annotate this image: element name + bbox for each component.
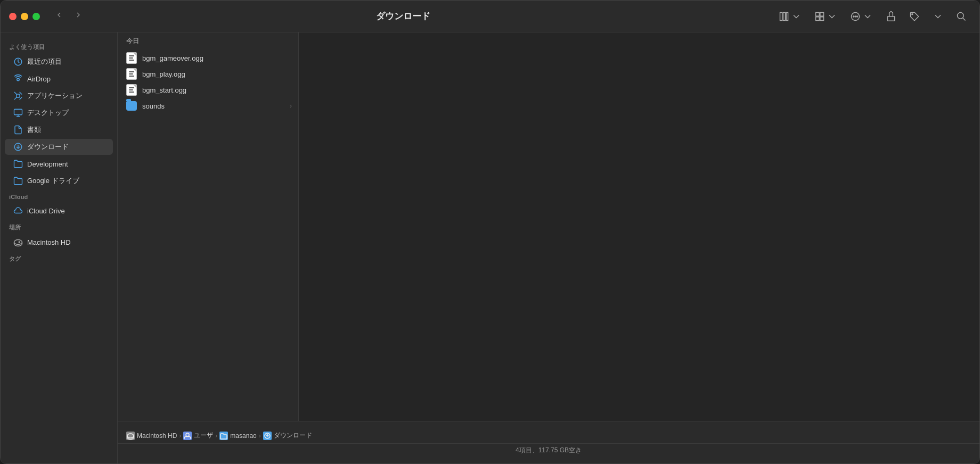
file-item-bgm-start[interactable]: bgm_start.ogg	[118, 82, 298, 98]
svg-point-24	[127, 434, 134, 438]
icloud-icon	[13, 206, 23, 216]
svg-rect-16	[17, 94, 20, 97]
applications-icon	[13, 91, 23, 101]
bottom-bar: Macintosh HD › ユーザ ›	[118, 421, 979, 463]
tag-button[interactable]	[905, 9, 924, 24]
svg-point-8	[853, 16, 854, 17]
file-name: bgm_gameover.ogg	[142, 54, 203, 62]
svg-rect-6	[820, 16, 824, 20]
icloud-label: iCloud	[1, 189, 117, 202]
file-name: bgm_start.ogg	[142, 86, 186, 94]
sidebar-item-label: 最近の項目	[27, 57, 62, 67]
disk-small-icon	[126, 432, 135, 440]
breadcrumb-label: Macintosh HD	[137, 432, 177, 440]
file-area: 今日	[118, 32, 979, 463]
chevron-right-icon: ›	[290, 102, 292, 110]
breadcrumb-label: masanao	[230, 432, 256, 440]
svg-rect-1	[783, 12, 785, 20]
section-header: 今日	[118, 32, 298, 48]
document-icon	[13, 125, 23, 135]
sidebar-item-label: アプリケーション	[27, 91, 83, 101]
file-list: bgm_gameover.ogg	[118, 48, 298, 421]
svg-line-13	[963, 18, 966, 20]
breadcrumb-masanao[interactable]: masanao	[219, 432, 256, 440]
sidebar-item-label: デスクトップ	[27, 108, 69, 118]
breadcrumb-user[interactable]: ユーザ	[183, 431, 213, 440]
svg-rect-0	[780, 12, 782, 20]
svg-point-12	[958, 12, 964, 19]
ogg-file-icon	[126, 69, 137, 79]
svg-rect-2	[786, 12, 788, 20]
view-toggle-button[interactable]	[774, 9, 806, 24]
breadcrumb: Macintosh HD › ユーザ ›	[118, 428, 979, 444]
file-name: bgm_play.ogg	[142, 70, 185, 78]
svg-rect-17	[14, 109, 22, 115]
status-bar: 4項目、117.75 GB空き	[118, 444, 979, 457]
svg-point-10	[856, 16, 858, 17]
sidebar-item-applications[interactable]: アプリケーション	[5, 88, 113, 104]
ogg-file-icon	[126, 85, 137, 95]
svg-point-11	[912, 13, 913, 14]
sidebar: よく使う項目 最近の項目	[1, 32, 118, 463]
dropdown-button[interactable]	[928, 9, 948, 24]
svg-point-25	[186, 433, 189, 436]
breadcrumb-macintosh-hd[interactable]: Macintosh HD	[126, 432, 177, 440]
folder-blue2-icon	[13, 176, 23, 186]
more-options-button[interactable]	[846, 9, 877, 24]
sidebar-item-desktop[interactable]: デスクトップ	[5, 105, 113, 121]
minimize-button[interactable]	[21, 13, 28, 20]
sidebar-item-label: AirDrop	[27, 75, 51, 83]
sidebar-item-label: iCloud Drive	[27, 207, 65, 215]
sidebar-item-macintosh-hd[interactable]: Macintosh HD	[5, 234, 113, 250]
tags-label: タグ	[1, 251, 117, 265]
sidebar-item-label: Macintosh HD	[27, 238, 71, 246]
airdrop-icon	[13, 74, 23, 84]
folder-small-icon	[219, 432, 228, 440]
toolbar-right	[774, 9, 971, 24]
share-button[interactable]	[881, 9, 901, 24]
ogg-file-icon	[126, 53, 137, 63]
sidebar-item-icloud-drive[interactable]: iCloud Drive	[5, 203, 113, 219]
sidebar-item-label: 書類	[27, 125, 41, 135]
places-label: 場所	[1, 219, 117, 234]
downloads-folder-icon	[263, 432, 272, 440]
sidebar-item-recents[interactable]: 最近の項目	[5, 54, 113, 70]
folder-blue-icon	[13, 159, 23, 169]
sidebar-item-development[interactable]: Development	[5, 156, 113, 172]
breadcrumb-sep: ›	[179, 432, 181, 440]
sidebar-item-downloads[interactable]: ダウンロード	[5, 139, 113, 155]
svg-point-22	[14, 240, 22, 245]
breadcrumb-label: ユーザ	[194, 431, 213, 440]
folder-icon	[126, 101, 137, 111]
svg-point-9	[855, 16, 856, 17]
sidebar-item-airdrop[interactable]: AirDrop	[5, 71, 113, 87]
disk-icon	[13, 237, 23, 247]
svg-rect-5	[816, 16, 820, 20]
svg-point-23	[19, 242, 20, 243]
finder-window: ダウンロード	[0, 0, 980, 464]
search-button[interactable]	[952, 9, 971, 24]
file-pane: 今日	[118, 32, 299, 421]
sidebar-item-documents[interactable]: 書類	[5, 122, 113, 138]
favorites-label: よく使う項目	[1, 39, 117, 53]
grid-view-button[interactable]	[810, 9, 842, 24]
status-text: 4項目、117.75 GB空き	[516, 446, 582, 455]
file-name: sounds	[142, 102, 165, 110]
user-folder-icon	[183, 432, 192, 440]
titlebar: ダウンロード	[1, 1, 979, 32]
svg-point-15	[17, 78, 20, 81]
svg-rect-3	[816, 12, 820, 16]
file-item-sounds[interactable]: sounds ›	[118, 98, 298, 114]
file-item-bgm-play[interactable]: bgm_play.ogg	[118, 66, 298, 82]
sidebar-item-label: Development	[27, 160, 68, 168]
breadcrumb-downloads[interactable]: ダウンロード	[263, 431, 312, 440]
window-title: ダウンロード	[31, 10, 774, 22]
sidebar-item-googledrive[interactable]: Google ドライブ	[5, 173, 113, 189]
breadcrumb-sep: ›	[259, 432, 261, 440]
main-content: よく使う項目 最近の項目	[1, 32, 979, 463]
sidebar-item-label: Google ドライブ	[27, 176, 79, 186]
file-list-container: 今日	[118, 32, 979, 421]
file-item-bgm-gameover[interactable]: bgm_gameover.ogg	[118, 50, 298, 66]
close-button[interactable]	[9, 13, 17, 20]
svg-rect-4	[820, 12, 824, 16]
